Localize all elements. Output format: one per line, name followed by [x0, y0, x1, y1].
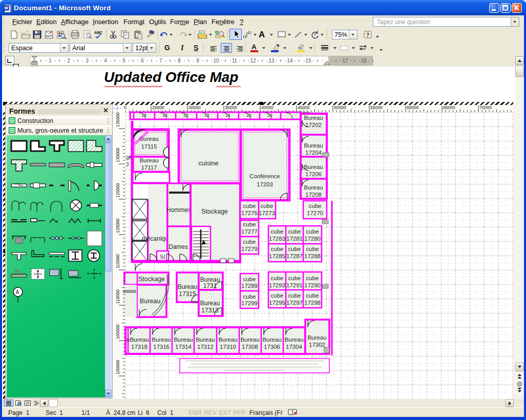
svg-text:0: 0 — [124, 105, 127, 110]
svg-text:?: ? — [366, 32, 370, 38]
svg-text:5: 5 — [122, 58, 125, 64]
svg-text:115000: 115000 — [115, 254, 120, 268]
svg-text:40000: 40000 — [261, 105, 273, 110]
svg-text:11: 11 — [232, 58, 238, 64]
svg-text:120000: 120000 — [115, 218, 120, 233]
svg-text:15: 15 — [305, 58, 311, 64]
svg-text:17: 17 — [342, 58, 348, 64]
svg-text:4: 4 — [104, 58, 107, 64]
svg-text:105000: 105000 — [115, 324, 120, 339]
svg-text:35000: 35000 — [225, 105, 237, 110]
svg-text:7: 7 — [159, 58, 162, 64]
svg-text:55000: 55000 — [370, 105, 383, 110]
svg-text:100000: 100000 — [115, 360, 120, 374]
svg-text:8: 8 — [178, 58, 181, 64]
svg-text:10: 10 — [213, 58, 219, 64]
svg-text:70000: 70000 — [479, 105, 492, 110]
svg-text:13: 13 — [268, 58, 275, 64]
svg-text:45000: 45000 — [298, 105, 310, 110]
svg-text:125000: 125000 — [115, 183, 120, 198]
svg-text:25000: 25000 — [152, 105, 164, 110]
svg-text:135000: 135000 — [115, 112, 120, 127]
svg-text:ABC: ABC — [94, 30, 103, 35]
svg-text:2: 2 — [67, 58, 70, 64]
svg-text:14: 14 — [287, 58, 293, 64]
svg-text:6: 6 — [141, 58, 144, 64]
svg-text:9: 9 — [196, 58, 199, 64]
svg-text:65000: 65000 — [443, 105, 455, 110]
svg-text:3: 3 — [86, 58, 89, 64]
svg-text:A: A — [16, 289, 19, 295]
svg-text:110000: 110000 — [115, 289, 120, 304]
svg-text:30000: 30000 — [188, 105, 201, 110]
svg-text:60000: 60000 — [407, 105, 419, 110]
svg-text:12: 12 — [15, 269, 19, 272]
svg-text:50000: 50000 — [334, 105, 346, 110]
svg-text:12: 12 — [250, 58, 256, 64]
svg-text:1: 1 — [49, 58, 52, 64]
svg-text:18: 18 — [361, 58, 367, 64]
svg-text:W: W — [4, 6, 8, 10]
svg-text:130000: 130000 — [115, 148, 120, 162]
